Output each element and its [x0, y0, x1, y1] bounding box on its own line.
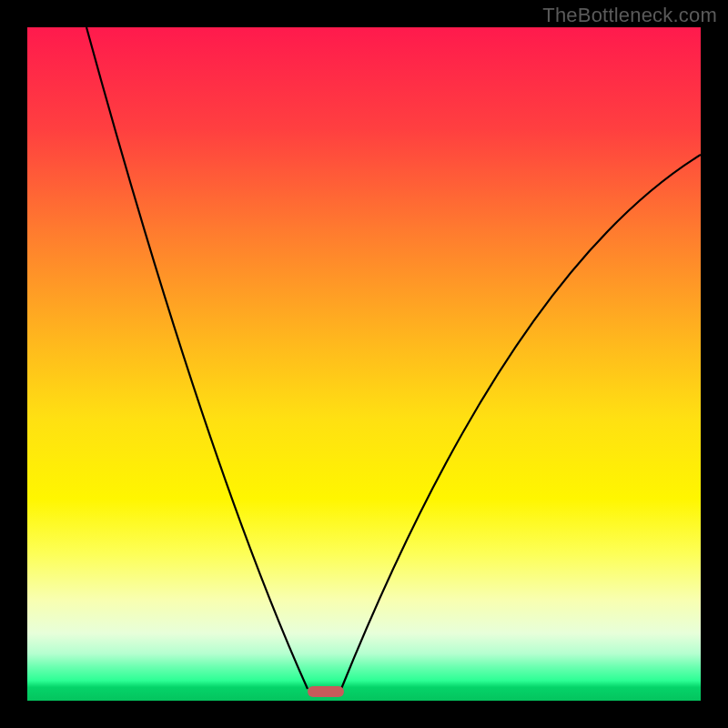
watermark-text: TheBottleneck.com [542, 4, 717, 27]
chart-curves-svg [27, 27, 701, 701]
curve-left-branch [86, 27, 308, 689]
curve-right-branch [341, 155, 701, 689]
chart-plot-area [27, 27, 701, 701]
optimum-marker [308, 686, 344, 697]
